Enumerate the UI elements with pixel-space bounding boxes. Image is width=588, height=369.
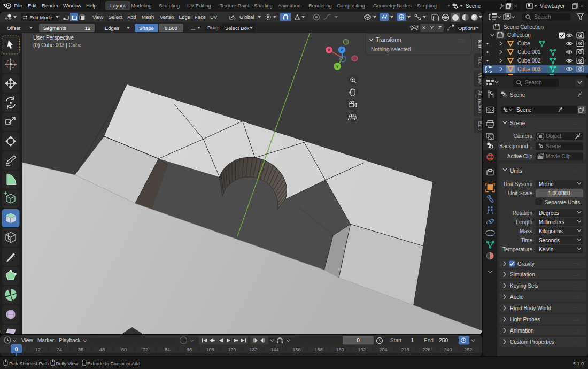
svg-text:::::: :::: <box>574 329 579 333</box>
svg-text:Light Probes: Light Probes <box>510 317 540 322</box>
svg-text:Length: Length <box>516 219 532 225</box>
svg-text:120: 120 <box>228 347 236 352</box>
svg-text:Active Clip: Active Clip <box>507 153 533 159</box>
svg-text:Marker: Marker <box>37 337 55 343</box>
svg-text:144: 144 <box>270 347 278 352</box>
svg-text:Audio: Audio <box>510 294 524 300</box>
svg-text:60: 60 <box>121 347 127 352</box>
svg-text:::::: :::: <box>574 318 579 321</box>
svg-text:Degrees: Degrees <box>539 210 559 216</box>
svg-text:156: 156 <box>292 347 300 352</box>
svg-text:(0) Cube.003 | Cube: (0) Cube.003 | Cube <box>33 42 82 48</box>
svg-text:0: 0 <box>15 347 18 352</box>
svg-text:Millimeters: Millimeters <box>539 219 564 225</box>
svg-text:Time: Time <box>521 237 532 243</box>
svg-text:::::: :::: <box>574 121 579 125</box>
svg-text:Animation: Animation <box>477 90 483 113</box>
svg-text:180: 180 <box>336 347 344 352</box>
svg-text:Animation: Animation <box>510 328 533 334</box>
svg-text:36: 36 <box>78 347 83 352</box>
svg-text:Seconds: Seconds <box>539 237 560 243</box>
svg-text:Pick Shortest Path: Pick Shortest Path <box>9 361 49 366</box>
svg-text:Rigid Body World: Rigid Body World <box>510 305 551 311</box>
svg-text:Scene Collection: Scene Collection <box>504 24 544 30</box>
svg-text:24: 24 <box>57 347 62 352</box>
svg-text:12: 12 <box>35 347 41 352</box>
svg-text:216: 216 <box>401 347 409 352</box>
svg-text:Dolly View: Dolly View <box>56 361 78 366</box>
svg-text:228: 228 <box>422 347 430 352</box>
svg-text:Scene: Scene <box>510 92 525 98</box>
svg-text:204: 204 <box>379 347 387 352</box>
svg-text:::::: :::: <box>574 262 579 266</box>
svg-text:::::: :::: <box>574 295 579 299</box>
svg-text:Units: Units <box>510 168 522 174</box>
svg-text:Gravity: Gravity <box>517 261 535 267</box>
svg-text:Extrude to Cursor or Add: Extrude to Cursor or Add <box>87 361 140 366</box>
svg-text:Z: Z <box>341 48 343 52</box>
svg-text:Mass: Mass <box>520 228 532 234</box>
svg-text:Temperature: Temperature <box>502 247 533 252</box>
svg-text:0: 0 <box>357 337 360 343</box>
svg-text:::::: :::: <box>574 340 579 344</box>
svg-text:240: 240 <box>444 347 452 352</box>
svg-text:Keying Sets: Keying Sets <box>510 283 538 289</box>
svg-text:Nothing selected: Nothing selected <box>371 47 411 52</box>
svg-text:Custom Properties: Custom Properties <box>510 339 554 345</box>
svg-text:48: 48 <box>99 347 105 352</box>
svg-text:132: 132 <box>249 347 257 352</box>
svg-text:Cube.002: Cube.002 <box>517 58 541 64</box>
svg-text:Scene: Scene <box>546 143 561 149</box>
svg-text:Collection: Collection <box>507 32 531 38</box>
svg-text:252: 252 <box>464 347 472 352</box>
svg-text:Camera: Camera <box>513 133 532 139</box>
svg-text:End: End <box>424 337 434 343</box>
svg-text:96: 96 <box>187 347 192 352</box>
svg-text:::::: :::: <box>574 306 579 310</box>
svg-text:Cube.003: Cube.003 <box>517 66 541 72</box>
svg-text:1.000000: 1.000000 <box>548 190 570 196</box>
svg-text:Edit: Edit <box>477 121 483 130</box>
svg-text:Kilograms: Kilograms <box>539 228 562 234</box>
svg-text:250: 250 <box>439 337 448 343</box>
svg-text:Cube.001: Cube.001 <box>517 49 541 55</box>
svg-text:User Perspective: User Perspective <box>33 35 74 41</box>
svg-text:Simulation: Simulation <box>510 272 535 278</box>
svg-text:Rotation: Rotation <box>513 210 532 216</box>
svg-text:Unit Scale: Unit Scale <box>508 190 532 196</box>
svg-text:X: X <box>328 48 331 52</box>
svg-text:Tool: Tool <box>477 56 483 65</box>
svg-text:1: 1 <box>411 337 414 343</box>
svg-text:72: 72 <box>143 347 148 352</box>
svg-text:84: 84 <box>165 347 170 352</box>
svg-text:5.1.0: 5.1.0 <box>573 361 584 366</box>
svg-text:Scene: Scene <box>510 120 525 126</box>
svg-text:View: View <box>477 73 483 84</box>
svg-text:Transform: Transform <box>376 36 401 43</box>
svg-text:::::: :::: <box>574 284 579 288</box>
svg-text:108: 108 <box>206 347 214 352</box>
svg-text:Object: Object <box>546 133 561 139</box>
svg-text:Separate Units: Separate Units <box>545 199 580 205</box>
svg-text:Metric: Metric <box>539 181 553 187</box>
svg-text:Kelvin: Kelvin <box>539 247 553 252</box>
svg-text:Search: Search <box>525 80 542 86</box>
svg-text:Playback: Playback <box>59 337 81 343</box>
svg-text:Search: Search <box>534 14 551 20</box>
svg-text:Scene: Scene <box>516 107 532 113</box>
svg-text:Item: Item <box>477 38 483 48</box>
svg-text:Background...: Background... <box>499 143 532 149</box>
svg-text:Movie Clip: Movie Clip <box>546 153 571 159</box>
svg-text:Start: Start <box>390 337 401 343</box>
svg-text:::::: :::: <box>458 38 464 42</box>
svg-text:Cube: Cube <box>517 41 530 47</box>
svg-text:View: View <box>21 337 33 343</box>
svg-text:::::: :::: <box>574 169 579 173</box>
svg-text:Unit System: Unit System <box>504 181 532 187</box>
svg-text:::::: :::: <box>574 273 579 276</box>
svg-text:Y: Y <box>336 64 339 69</box>
svg-text:192: 192 <box>358 347 366 352</box>
svg-text:168: 168 <box>314 347 322 352</box>
